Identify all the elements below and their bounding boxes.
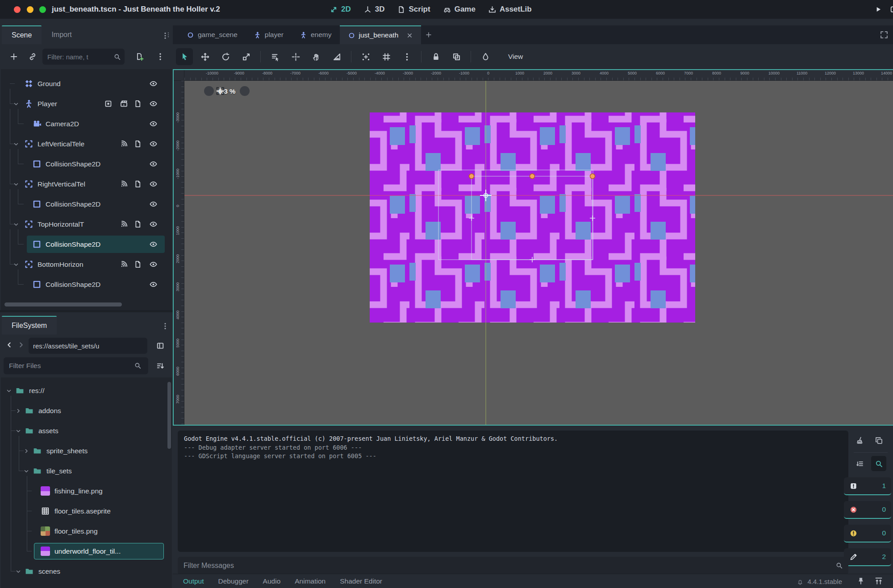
select-tool[interactable] <box>176 48 193 65</box>
scene-tab-player[interactable]: player <box>246 25 292 44</box>
bottom-tab-animation[interactable]: Animation <box>295 577 325 585</box>
minimize-window-button[interactable] <box>27 6 33 13</box>
distraction-free-icon[interactable] <box>880 30 889 39</box>
warnings-badge[interactable]: 0 <box>844 525 891 542</box>
ruler-top[interactable]: -10000-9000-8000-7000-6000-5000-4000-300… <box>184 70 893 81</box>
file-tree-row[interactable]: res:// <box>1 381 168 401</box>
skeleton-menu[interactable] <box>477 48 494 65</box>
file-tree-row[interactable]: assets <box>1 421 168 441</box>
clear-log-button[interactable] <box>852 433 867 448</box>
file-tree-row[interactable]: tile_sets <box>1 461 168 481</box>
ruler-left[interactable]: -3000-2000-10000100020003000400050006000… <box>174 81 184 425</box>
dock-splitter-handle[interactable] <box>165 29 171 41</box>
search-log-button[interactable] <box>871 456 886 471</box>
chevron-down-icon[interactable] <box>5 387 13 394</box>
chevron-right-icon[interactable] <box>23 447 30 455</box>
copy-log-button[interactable] <box>871 433 886 448</box>
ruler-tool[interactable] <box>328 48 345 65</box>
chevron-right-icon[interactable] <box>15 407 22 414</box>
file-tree-row[interactable]: fishing_line.png <box>1 481 168 501</box>
vertical-scrollbar[interactable] <box>167 382 171 449</box>
file-filter-input[interactable] <box>4 357 148 374</box>
expand-panel-icon[interactable] <box>874 576 883 585</box>
path-field[interactable] <box>29 338 147 354</box>
list-select-tool[interactable] <box>267 48 284 65</box>
add-node-button[interactable] <box>6 49 21 64</box>
workspace-script[interactable]: Script <box>397 5 430 14</box>
zoom-in-button[interactable] <box>240 86 250 96</box>
file-tree-row[interactable]: floor_tiles.png <box>1 521 168 541</box>
horizontal-scrollbar[interactable] <box>4 302 122 306</box>
signal-icon[interactable] <box>120 260 128 269</box>
scene-tree-row[interactable]: Player <box>1 94 168 114</box>
sort-files-button[interactable] <box>153 358 168 373</box>
eye-icon[interactable] <box>149 79 158 88</box>
back-icon[interactable] <box>5 341 13 349</box>
filesystem-dock-menu-icon[interactable] <box>161 322 169 330</box>
window-icon[interactable] <box>890 5 893 13</box>
script-icon[interactable] <box>134 220 142 228</box>
bottom-tab-audio[interactable]: Audio <box>263 577 281 585</box>
workspace-game[interactable]: Game <box>443 5 476 14</box>
eye-icon[interactable] <box>149 260 158 269</box>
errors-badge[interactable]: 0 <box>844 501 891 519</box>
chevron-down-icon[interactable] <box>23 468 30 475</box>
grid-snap-toggle[interactable] <box>378 48 395 65</box>
eye-icon[interactable] <box>149 280 158 289</box>
group-button[interactable] <box>448 48 465 65</box>
eye-icon[interactable] <box>149 160 158 168</box>
chevron-down-icon[interactable] <box>13 261 20 268</box>
play-icon[interactable] <box>874 5 882 13</box>
pin-panel-icon[interactable] <box>856 576 865 585</box>
chevron-down-icon[interactable] <box>15 568 22 575</box>
chevron-down-icon[interactable] <box>15 427 22 435</box>
eye-icon[interactable] <box>149 220 158 228</box>
scene-tree-row[interactable]: BottomHorizon <box>1 254 168 274</box>
scene-tab-just_beneath[interactable]: just_beneath <box>340 25 421 44</box>
tilemap-texture[interactable] <box>370 112 695 323</box>
bottom-tab-shader-editor[interactable]: Shader Editor <box>340 577 382 585</box>
bottom-tab-debugger[interactable]: Debugger <box>218 577 249 585</box>
messages-badge[interactable]: 1 <box>844 477 891 495</box>
signal-icon[interactable] <box>120 220 128 228</box>
scene-tree-row[interactable]: LeftVerticalTele <box>1 134 168 154</box>
edits-badge[interactable]: 2 <box>844 548 891 566</box>
workspace-2d[interactable]: 2D <box>330 5 351 14</box>
instance-scene-button[interactable] <box>25 49 40 64</box>
eye-icon[interactable] <box>149 99 158 108</box>
file-tree-row[interactable]: sprite_sheets <box>1 441 168 461</box>
eye-icon[interactable] <box>149 180 158 188</box>
pan-tool[interactable] <box>308 48 325 65</box>
script-icon[interactable] <box>134 180 142 188</box>
file-tree-row[interactable]: addons <box>1 401 168 421</box>
canvas[interactable]: 6.3 % <box>184 81 893 425</box>
scene-tree-row[interactable]: TopHorizontalT <box>1 214 168 234</box>
script-icon[interactable] <box>134 99 142 108</box>
file-tree-row[interactable]: underworld_floor_til... <box>1 541 168 561</box>
file-tree-row[interactable]: scenes <box>1 561 168 581</box>
tab-filesystem[interactable]: FileSystem <box>2 316 57 335</box>
close-icon[interactable] <box>406 32 413 39</box>
scene-filter-input[interactable] <box>42 49 125 65</box>
chevron-down-icon[interactable] <box>13 221 20 228</box>
chevron-down-icon[interactable] <box>13 100 20 108</box>
tab-import[interactable]: Import <box>42 25 81 44</box>
scene-tree-row[interactable]: CollisionShape2D <box>1 154 168 174</box>
scene-tree-row[interactable]: CollisionShape2D <box>1 234 168 254</box>
new-scene-tab-button[interactable] <box>421 25 436 44</box>
toggle-split-mode-button[interactable] <box>153 338 168 353</box>
eye-icon[interactable] <box>149 200 158 208</box>
bottom-tab-output[interactable]: Output <box>183 577 204 585</box>
close-window-button[interactable] <box>14 6 21 13</box>
pivot-tool[interactable] <box>287 48 304 65</box>
scene-tree-row[interactable]: RightVerticalTel <box>1 174 168 194</box>
scene-tree-row[interactable]: CollisionShape2D <box>1 274 168 294</box>
scale-tool[interactable] <box>238 48 255 65</box>
scene-tab-game_scene[interactable]: game_scene <box>179 25 246 44</box>
smart-snap-toggle[interactable] <box>357 48 374 65</box>
attach-script-button[interactable] <box>132 49 147 64</box>
script-icon[interactable] <box>134 140 142 148</box>
scene-tree-menu-button[interactable] <box>153 49 168 64</box>
movie-icon[interactable] <box>120 99 128 108</box>
script-icon[interactable] <box>134 260 142 269</box>
